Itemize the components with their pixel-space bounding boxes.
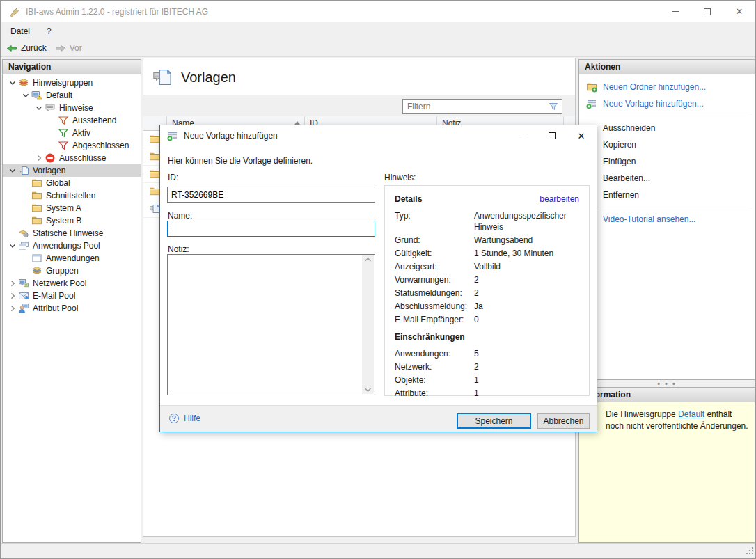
cancel-button[interactable]: Abbrechen	[537, 413, 590, 429]
detail-row: Abschlussmeldung:Ja	[395, 301, 579, 312]
dialog-maximize-button[interactable]	[537, 126, 567, 145]
network-pool-icon	[18, 278, 29, 289]
chevron-expanded-icon[interactable]	[7, 240, 18, 251]
tree-item-hinweisgruppen[interactable]: Hinweisgruppen	[3, 77, 141, 89]
close-button[interactable]: ✕	[723, 1, 755, 22]
filter-strip	[143, 95, 575, 116]
menu-help[interactable]: ?	[40, 24, 58, 39]
filter-funnel-icon[interactable]	[548, 101, 559, 112]
chevron-spacer	[7, 228, 18, 239]
action-neuen-ordner-hinzuf-gen[interactable]: Neuen Ordner hinzufügen...	[579, 79, 755, 95]
id-field[interactable]	[167, 187, 375, 203]
action-bearbeiten[interactable]: Bearbeiten...	[579, 170, 755, 187]
detail-value: 1 Stunde, 30 Minuten	[474, 248, 579, 259]
detail-value: Vollbild	[474, 261, 579, 272]
forward-button[interactable]: Vor	[51, 41, 86, 55]
action-label: Neuen Ordner hinzufügen...	[603, 82, 706, 92]
filter-input[interactable]	[403, 100, 548, 113]
detail-label: Objekte:	[395, 375, 474, 386]
chevron-spacer	[47, 127, 58, 139]
detail-row: Statusmeldungen:2	[395, 288, 579, 299]
tree-item-e-mail-pool[interactable]: E-Mail Pool	[3, 290, 141, 302]
action-ausschneiden[interactable]: ✂Ausschneiden	[579, 120, 755, 136]
tree-item-attribut-pool[interactable]: Attribut Pool	[3, 302, 141, 315]
tree-item-schnittstellen[interactable]: Schnittstellen	[3, 189, 141, 202]
tree-item-label: Anwendungen	[46, 253, 100, 263]
chevron-collapsed-icon[interactable]	[33, 152, 45, 164]
new-template-dialog: Neue Vorlage hinzufügen ✕ Hier können Si…	[159, 125, 597, 432]
tree-item-default[interactable]: Default	[3, 89, 141, 102]
action-video-tutorial-ansehen[interactable]: Video-Tutorial ansehen...	[579, 211, 755, 228]
chevron-expanded-icon[interactable]	[7, 165, 18, 176]
chevron-expanded-icon[interactable]	[7, 77, 18, 88]
chevron-spacer	[47, 140, 58, 151]
applications-icon	[31, 253, 42, 264]
detail-label: Typ:	[395, 210, 474, 233]
minimize-button[interactable]	[659, 1, 691, 22]
tree-item-anwendungs-pool[interactable]: Anwendungs Pool	[3, 239, 141, 252]
action-kopieren[interactable]: Kopieren	[579, 136, 755, 153]
chevron-spacer	[20, 265, 31, 276]
help-label: Hilfe	[184, 414, 200, 423]
tree-item-hinweise[interactable]: Hinweise	[3, 102, 141, 114]
tree-item-ausstehend[interactable]: Ausstehend	[3, 114, 141, 127]
filter-pending-icon	[58, 115, 69, 126]
tree-item-global[interactable]: Global	[3, 177, 141, 189]
folder-icon	[149, 168, 160, 180]
scroll-up-icon	[365, 258, 371, 262]
name-label: Name:	[168, 211, 192, 221]
note-scrollbar[interactable]	[362, 255, 374, 394]
detail-row: Anwendungen:5	[395, 348, 579, 359]
tree-item-label: Vorlagen	[33, 166, 65, 175]
tree-item-anwendungen[interactable]: Anwendungen	[3, 252, 141, 265]
note-field[interactable]	[167, 254, 375, 395]
tree-item-label: Schnittstellen	[46, 191, 95, 200]
chevron-collapsed-icon[interactable]	[7, 290, 18, 301]
tree-item-netzwerk-pool[interactable]: Netzwerk Pool	[3, 277, 141, 290]
tree-item-label: System B	[46, 216, 81, 226]
chevron-expanded-icon[interactable]	[20, 90, 31, 101]
folder-icon	[31, 190, 42, 201]
tree-item-label: Ausstehend	[72, 116, 116, 125]
name-field[interactable]	[167, 221, 375, 237]
templates-page-icon	[152, 67, 173, 88]
detail-value: 1	[474, 388, 579, 399]
tree-item-statische-hinweise[interactable]: Statische Hinweise	[3, 227, 141, 239]
maximize-icon	[704, 8, 711, 15]
chevron-expanded-icon[interactable]	[33, 102, 45, 113]
help-link[interactable]: Hilfe	[168, 413, 200, 424]
tree-item-system-b[interactable]: System B	[3, 214, 141, 227]
action-entfernen[interactable]: Entfernen	[579, 187, 755, 203]
tree-item-abgeschlossen[interactable]: Abgeschlossen	[3, 139, 141, 152]
back-label: Zurück	[21, 43, 47, 53]
tree-item-gruppen[interactable]: Gruppen	[3, 265, 141, 277]
tree-item-label: Aktiv	[72, 128, 90, 138]
tree-item-aktiv[interactable]: Aktiv	[3, 127, 141, 139]
resize-grip[interactable]	[745, 546, 754, 557]
tree-item-ausschl-sse[interactable]: Ausschlüsse	[3, 152, 141, 164]
chevron-collapsed-icon[interactable]	[7, 278, 18, 289]
back-button[interactable]: Zurück	[2, 41, 51, 55]
window-title: IBI-aws Admin 1.22.0 - registriert für I…	[26, 7, 208, 17]
filter-completed-icon	[58, 140, 69, 151]
panel-splitter-handle[interactable]: • • •	[578, 380, 755, 387]
dialog-close-button[interactable]: ✕	[567, 126, 596, 145]
tree-item-label: Ausschlüsse	[59, 153, 106, 163]
maximize-button[interactable]	[691, 1, 723, 22]
folder-icon	[149, 186, 160, 197]
chevron-collapsed-icon[interactable]	[7, 303, 18, 314]
save-button[interactable]: Speichern	[457, 413, 531, 429]
default-group-link[interactable]: Default	[678, 409, 704, 419]
action-einf-gen[interactable]: Einfügen	[579, 153, 755, 170]
detail-value: Wartungsabend	[474, 235, 579, 246]
dialog-close-icon: ✕	[578, 131, 585, 141]
tree-item-system-a[interactable]: System A	[3, 202, 141, 214]
tree-item-vorlagen[interactable]: Vorlagen	[3, 164, 141, 177]
menu-datei[interactable]: Datei	[3, 24, 37, 39]
folder-icon	[31, 215, 42, 226]
navigation-tree: HinweisgruppenDefaultHinweiseAusstehendA…	[2, 74, 141, 543]
actions-separator	[585, 207, 749, 207]
action-neue-vorlage-hinzuf-gen[interactable]: Neue Vorlage hinzufügen...	[579, 95, 755, 112]
detail-row: Grund:Wartungsabend	[395, 235, 579, 246]
edit-hint-link[interactable]: bearbeiten	[540, 194, 579, 204]
